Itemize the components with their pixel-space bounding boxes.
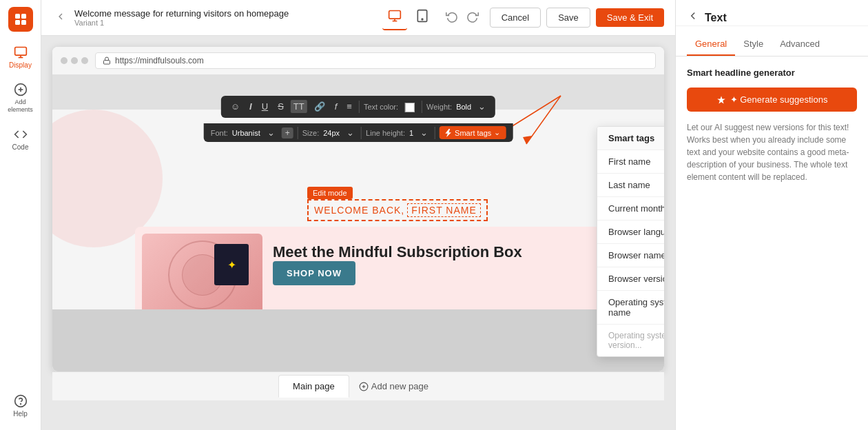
lightning-icon [445,129,452,137]
smart-tags-chevron: ⌄ [494,128,500,137]
dropdown-item-first-name[interactable]: First name [597,150,664,174]
dropdown-browser-name-label: Browser name [608,250,664,260]
svg-rect-1 [21,14,26,19]
panel-content: Smart headline generator ✦ Generate sugg… [676,57,868,430]
desktop-icon [388,9,402,23]
format-link-button[interactable]: 🔗 [311,100,328,113]
svg-point-11 [20,404,21,405]
dropdown-current-month-label: Current month in EN [608,203,664,214]
tab-style[interactable]: Style [735,33,772,56]
dropdown-item-os-version-partial[interactable]: Operating system version... [597,325,664,356]
panel-tabs: General Style Advanced [676,33,868,57]
edit-mode-badge: Edit mode [307,187,353,199]
dropdown-item-browser-name[interactable]: Browser name [597,244,664,267]
font-label: Font: [211,129,228,137]
dropdown-item-last-name[interactable]: Last name [597,174,664,197]
toolbar-divider-3 [298,127,298,139]
lock-icon [103,57,111,65]
line-height-dropdown-button[interactable]: ⌄ [417,126,431,139]
format-highlight-button[interactable]: TT [291,100,307,113]
size-value: 24px [323,129,340,137]
browser-dot-red [61,57,68,64]
add-page-label: Add new page [371,381,428,391]
welcome-text-element[interactable]: WELCOME BACK, FIRST NAME [307,199,488,221]
chevron-left-icon [55,11,66,22]
cancel-button[interactable]: Cancel [490,8,541,28]
svg-rect-0 [15,14,20,19]
top-bar: Welcome message for returning visitors o… [41,0,675,36]
right-panel: Text General Style Advanced Smart headli… [675,0,868,430]
svg-rect-17 [104,61,110,65]
browser-url-bar[interactable]: https://mindfulsouls.com [95,52,656,69]
gray-bottom-section [52,309,664,371]
back-nav-button[interactable] [52,8,69,28]
generate-suggestions-button[interactable]: ✦ Generate suggestions [687,88,857,112]
weight-dropdown-button[interactable]: ⌄ [475,100,488,113]
tab-advanced[interactable]: Advanced [772,33,828,56]
size-dropdown-button[interactable]: ⌄ [344,126,357,139]
format-underline-button[interactable]: U [259,100,271,113]
product-box: ✦ [214,244,249,285]
dropdown-item-os-name[interactable]: Operating system name [597,291,664,325]
shop-now-button[interactable]: SHOP NOW [273,261,355,285]
browser-dots [61,57,88,64]
toolbar-divider-5 [435,127,435,139]
text-color-label: Text color: [364,103,398,111]
browser-dot-green [81,57,88,64]
sidebar-item-code[interactable]: Code [3,122,39,156]
svg-rect-2 [15,20,20,25]
font-plus-button[interactable]: + [282,127,293,139]
first-name-tag: FIRST NAME [407,203,481,217]
page-info: Welcome message for returning visitors o… [74,8,289,27]
dropdown-item-smart-tags-header: Smart tags [597,127,664,150]
code-icon [14,127,28,141]
main-page-tab[interactable]: Main page [278,375,349,398]
left-sidebar: Display Add elements Code Help [0,0,41,430]
format-italic-button[interactable]: I [247,100,255,113]
smart-tags-label: Smart tags [455,129,491,137]
app-logo-icon [14,12,28,26]
sidebar-item-help[interactable]: Help [3,389,39,423]
tablet-device-button[interactable] [410,5,435,30]
svg-point-16 [422,19,423,20]
bottom-bar: Main page Add new page [52,371,664,400]
app-logo[interactable] [8,7,33,32]
top-bar-actions: Cancel Save Save & Exit [490,8,664,28]
text-color-button[interactable] [402,100,417,114]
dropdown-item-current-month[interactable]: Current month in EN [597,197,664,221]
page-subtitle: Variant 1 [74,19,289,27]
toolbar-divider-4 [361,127,362,139]
format-script-button[interactable]: f [332,100,340,113]
sidebar-item-add-elements[interactable]: Add elements [3,77,39,119]
browser-dot-yellow [71,57,78,64]
dropdown-item-browser-version[interactable]: Browser version [597,267,664,291]
format-strikethrough-button[interactable]: S [275,100,287,113]
sidebar-item-display[interactable]: Display [3,40,39,74]
undo-button[interactable] [443,8,461,28]
tab-general-label: General [695,39,727,49]
toolbar-divider-1 [359,101,360,113]
desktop-device-button[interactable] [382,5,407,30]
smart-tags-button[interactable]: Smart tags ⌄ [440,126,506,139]
code-label: Code [12,143,29,151]
dropdown-item-browser-language[interactable]: Browser language [597,221,664,244]
panel-back-button[interactable] [687,10,699,25]
format-align-button[interactable]: ≡ [344,100,355,113]
font-dropdown-button[interactable]: ⌄ [265,126,278,139]
dropdown-os-name-label: Operating system name [608,297,664,318]
add-elements-icon [14,83,28,96]
dropdown-browser-version-label: Browser version [608,274,664,284]
redo-button[interactable] [464,8,482,28]
tab-general[interactable]: General [687,33,735,56]
add-page-button[interactable]: Add new page [349,376,438,397]
toolbar-divider-2 [422,101,422,113]
panel-back-icon [687,10,699,22]
size-label: Size: [302,129,319,137]
display-icon [14,45,28,59]
save-exit-button[interactable]: Save & Exit [596,8,664,27]
browser-frame: https://mindfulsouls.com ☺ I U S TT 🔗 f [52,47,664,371]
save-button[interactable]: Save [546,8,590,28]
format-emoji-button[interactable]: ☺ [228,100,242,113]
smart-headline-title: Smart headline generator [687,68,857,78]
product-star: ✦ [227,258,236,272]
